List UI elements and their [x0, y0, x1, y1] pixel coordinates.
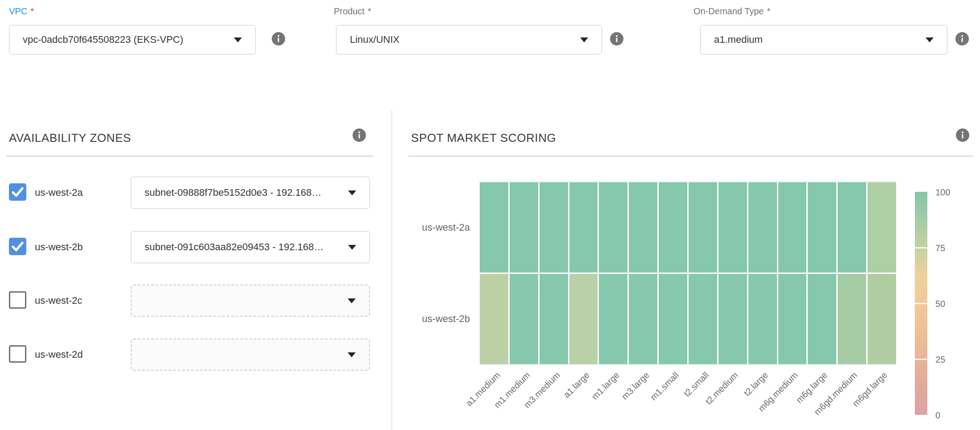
heatmap-col-label: a1.medium: [438, 369, 503, 430]
heatmap-cell-us-west-2b-a1.medium[interactable]: [480, 274, 508, 364]
heatmap-row-label: us-west-2a: [381, 222, 470, 233]
heatmap-cell-us-west-2b-m1.large[interactable]: [599, 274, 627, 364]
product-select[interactable]: Linux/UNIX: [336, 25, 602, 54]
heatmap-cell-us-west-2b-m1.small[interactable]: [659, 274, 687, 364]
zone-label: us-west-2d: [35, 339, 83, 371]
heatmap-cell-us-west-2a-t2.small[interactable]: [689, 182, 717, 273]
required-asterisk: *: [368, 6, 371, 16]
subnet-select-value: subnet-091c603aa82e09453 - 192.168…: [145, 241, 324, 253]
zone-checkbox-us-west-2d[interactable]: [9, 345, 26, 363]
vpc-label: VPC*: [9, 6, 34, 17]
heatmap-cell-us-west-2a-a1.medium[interactable]: [480, 182, 508, 273]
chevron-down-icon: [348, 245, 356, 250]
availability-zone-row-us-west-2c: us-west-2c: [0, 285, 384, 317]
spot-configuration-screen: VPC* vpc-0adcb70f645508223 (EKS-VPC) Pro…: [0, 0, 980, 430]
on-demand-type-select[interactable]: a1.medium: [700, 25, 947, 54]
heatmap-cell-us-west-2b-t2.large[interactable]: [748, 274, 777, 364]
availability-zone-row-us-west-2b: us-west-2bsubnet-091c603aa82e09453 - 192…: [0, 231, 384, 263]
colorbar-tick-label: 0: [935, 409, 962, 421]
subnet-select-value: subnet-09888f7be5152d0e3 - 192.168…: [145, 187, 321, 198]
info-icon[interactable]: [610, 32, 623, 45]
heatmap-cell-us-west-2a-t2.medium[interactable]: [718, 182, 747, 273]
subnet-select-us-west-2a[interactable]: subnet-09888f7be5152d0e3 - 192.168…: [131, 177, 370, 209]
info-icon[interactable]: [272, 32, 285, 45]
heatmap-cell-us-west-2a-a1.large[interactable]: [569, 182, 598, 273]
heatmap-cell-us-west-2a-m1.medium[interactable]: [510, 182, 538, 273]
availability-zone-row-us-west-2d: us-west-2d: [0, 339, 384, 371]
colorbar-tick-label: 75: [935, 242, 962, 254]
heatmap-cell-us-west-2a-t2.large[interactable]: [748, 182, 777, 273]
colorbar-tick-label: 50: [935, 298, 962, 310]
availability-zone-row-us-west-2a: us-west-2asubnet-09888f7be5152d0e3 - 192…: [0, 177, 384, 209]
on-demand-type-select-value: a1.medium: [714, 34, 763, 45]
heatmap-cell-us-west-2a-m1.small[interactable]: [659, 182, 687, 273]
subnet-select-us-west-2b[interactable]: subnet-091c603aa82e09453 - 192.168…: [131, 231, 370, 263]
heatmap-cell-us-west-2a-m3.large[interactable]: [629, 182, 657, 273]
colorbar-tick: [915, 247, 927, 248]
zone-label: us-west-2b: [35, 231, 83, 263]
section-divider: [391, 110, 392, 430]
heatmap-cell-us-west-2b-m3.medium[interactable]: [540, 274, 568, 364]
subnet-select-us-west-2c[interactable]: [131, 285, 370, 317]
subnet-select-us-west-2d[interactable]: [131, 339, 370, 371]
colorbar-tick-label: 100: [935, 186, 962, 198]
spot-market-scoring-divider: [408, 156, 973, 157]
info-icon[interactable]: [353, 128, 366, 142]
heatmap-cell-us-west-2a-m6gd.medium[interactable]: [838, 182, 866, 273]
availability-zones-divider: [6, 156, 373, 157]
heatmap-cell-us-west-2a-m6g.large[interactable]: [808, 182, 836, 273]
colorbar-tick: [915, 359, 927, 360]
availability-zones-title: AVAILABILITY ZONES: [9, 131, 131, 145]
vpc-select-value: vpc-0adcb70f645508223 (EKS-VPC): [23, 34, 183, 45]
heatmap-cell-us-west-2a-m1.large[interactable]: [599, 182, 627, 273]
heatmap-cell-us-west-2b-m1.medium[interactable]: [510, 274, 538, 364]
chevron-down-icon: [348, 352, 356, 357]
heatmap-grid: [480, 182, 896, 365]
chevron-down-icon: [348, 298, 356, 303]
spot-market-scoring-title: SPOT MARKET SCORING: [411, 131, 556, 145]
chevron-down-icon: [348, 190, 356, 195]
colorbar: [915, 192, 927, 415]
info-icon[interactable]: [955, 32, 969, 45]
heatmap-cell-us-west-2a-m6g.medium[interactable]: [778, 182, 807, 273]
heatmap-row-label: us-west-2b: [381, 313, 470, 325]
zone-checkbox-us-west-2c[interactable]: [9, 291, 26, 309]
required-asterisk: *: [30, 6, 34, 16]
on-demand-type-label: On-Demand Type*: [693, 6, 770, 17]
colorbar-tick-label: 25: [935, 354, 962, 365]
heatmap-cell-us-west-2a-m6gd.large[interactable]: [868, 182, 896, 273]
colorbar-tick: [915, 303, 927, 304]
heatmap-cell-us-west-2b-t2.medium[interactable]: [718, 274, 747, 364]
heatmap-cell-us-west-2b-m6g.large[interactable]: [808, 274, 836, 364]
heatmap-cell-us-west-2b-m6g.medium[interactable]: [778, 274, 807, 364]
chevron-down-icon: [926, 37, 934, 42]
chevron-down-icon: [580, 37, 588, 42]
heatmap-cell-us-west-2b-t2.small[interactable]: [689, 274, 717, 364]
zone-checkbox-us-west-2b[interactable]: [9, 238, 26, 255]
zone-checkbox-us-west-2a[interactable]: [9, 183, 26, 201]
heatmap-cell-us-west-2b-m6gd.medium[interactable]: [838, 274, 866, 364]
required-asterisk: *: [767, 6, 771, 16]
info-icon[interactable]: [956, 128, 969, 142]
heatmap-cell-us-west-2b-m6gd.large[interactable]: [868, 274, 896, 364]
heatmap-cell-us-west-2b-a1.large[interactable]: [569, 274, 598, 364]
zone-label: us-west-2c: [35, 285, 82, 317]
zone-label: us-west-2a: [35, 177, 83, 209]
product-select-value: Linux/UNIX: [350, 34, 399, 45]
heatmap-cell-us-west-2a-m3.medium[interactable]: [540, 182, 568, 273]
product-label: Product*: [334, 6, 371, 17]
heatmap-cell-us-west-2b-m3.large[interactable]: [629, 274, 657, 364]
vpc-select[interactable]: vpc-0adcb70f645508223 (EKS-VPC): [9, 25, 256, 54]
chevron-down-icon: [234, 37, 242, 42]
